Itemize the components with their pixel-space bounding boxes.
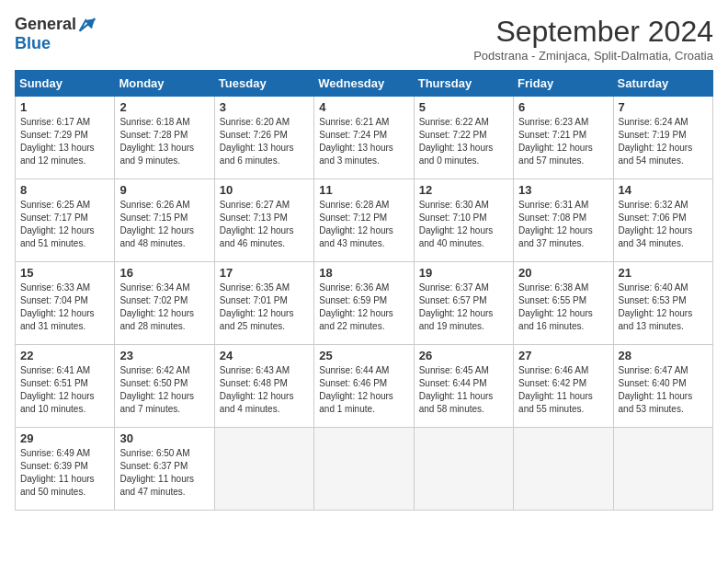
col-monday: Monday bbox=[115, 71, 214, 97]
logo: General Blue bbox=[15, 15, 97, 53]
col-sunday: Sunday bbox=[16, 71, 115, 97]
location-subtitle: Podstrana - Zminjaca, Split-Dalmatia, Cr… bbox=[473, 49, 713, 63]
month-title: September 2024 bbox=[473, 15, 713, 49]
day-empty-3 bbox=[414, 428, 513, 511]
day-empty-1 bbox=[214, 428, 313, 511]
col-saturday: Saturday bbox=[613, 71, 712, 97]
day-empty-4 bbox=[514, 428, 613, 511]
week-row-3: 15 Sunrise: 6:33 AM Sunset: 7:04 PM Dayl… bbox=[16, 262, 713, 345]
day-18: 18 Sunrise: 6:36 AM Sunset: 6:59 PM Dayl… bbox=[314, 262, 414, 345]
day-30: 30 Sunrise: 6:50 AM Sunset: 6:37 PM Dayl… bbox=[115, 428, 214, 511]
col-thursday: Thursday bbox=[414, 71, 513, 97]
day-12: 12 Sunrise: 6:30 AM Sunset: 7:10 PM Dayl… bbox=[414, 179, 513, 262]
day-25: 25 Sunrise: 6:44 AM Sunset: 6:46 PM Dayl… bbox=[314, 345, 414, 428]
week-row-4: 22 Sunrise: 6:41 AM Sunset: 6:51 PM Dayl… bbox=[16, 345, 713, 428]
calendar-header-row: Sunday Monday Tuesday Wednesday Thursday… bbox=[16, 71, 713, 97]
col-friday: Friday bbox=[514, 71, 613, 97]
logo-general-text: General bbox=[15, 15, 76, 34]
day-empty-2 bbox=[314, 428, 414, 511]
day-20: 20 Sunrise: 6:38 AM Sunset: 6:55 PM Dayl… bbox=[514, 262, 613, 345]
week-row-1: 1 Sunrise: 6:17 AM Sunset: 7:29 PM Dayli… bbox=[16, 97, 713, 179]
page-header: General Blue September 2024 Podstrana - … bbox=[15, 15, 713, 63]
day-3: 3 Sunrise: 6:20 AM Sunset: 7:26 PM Dayli… bbox=[214, 97, 313, 179]
calendar-table: Sunday Monday Tuesday Wednesday Thursday… bbox=[15, 70, 713, 511]
day-15: 15 Sunrise: 6:33 AM Sunset: 7:04 PM Dayl… bbox=[16, 262, 115, 345]
day-10: 10 Sunrise: 6:27 AM Sunset: 7:13 PM Dayl… bbox=[214, 179, 313, 262]
week-row-2: 8 Sunrise: 6:25 AM Sunset: 7:17 PM Dayli… bbox=[16, 179, 713, 262]
day-8: 8 Sunrise: 6:25 AM Sunset: 7:17 PM Dayli… bbox=[16, 179, 115, 262]
day-4: 4 Sunrise: 6:21 AM Sunset: 7:24 PM Dayli… bbox=[314, 97, 414, 179]
title-block: September 2024 Podstrana - Zminjaca, Spl… bbox=[473, 15, 713, 63]
day-24: 24 Sunrise: 6:43 AM Sunset: 6:48 PM Dayl… bbox=[214, 345, 313, 428]
day-21: 21 Sunrise: 6:40 AM Sunset: 6:53 PM Dayl… bbox=[613, 262, 712, 345]
day-6: 6 Sunrise: 6:23 AM Sunset: 7:21 PM Dayli… bbox=[514, 97, 613, 179]
day-14: 14 Sunrise: 6:32 AM Sunset: 7:06 PM Dayl… bbox=[613, 179, 712, 262]
week-row-5: 29 Sunrise: 6:49 AM Sunset: 6:39 PM Dayl… bbox=[16, 428, 713, 511]
day-empty-5 bbox=[613, 428, 712, 511]
day-28: 28 Sunrise: 6:47 AM Sunset: 6:40 PM Dayl… bbox=[613, 345, 712, 428]
day-27: 27 Sunrise: 6:46 AM Sunset: 6:42 PM Dayl… bbox=[514, 345, 613, 428]
logo-icon bbox=[78, 16, 97, 34]
day-16: 16 Sunrise: 6:34 AM Sunset: 7:02 PM Dayl… bbox=[115, 262, 214, 345]
day-2: 2 Sunrise: 6:18 AM Sunset: 7:28 PM Dayli… bbox=[115, 97, 214, 179]
logo-blue-text: Blue bbox=[15, 34, 51, 53]
day-23: 23 Sunrise: 6:42 AM Sunset: 6:50 PM Dayl… bbox=[115, 345, 214, 428]
day-1: 1 Sunrise: 6:17 AM Sunset: 7:29 PM Dayli… bbox=[16, 97, 115, 179]
day-29: 29 Sunrise: 6:49 AM Sunset: 6:39 PM Dayl… bbox=[16, 428, 115, 511]
day-19: 19 Sunrise: 6:37 AM Sunset: 6:57 PM Dayl… bbox=[414, 262, 513, 345]
day-26: 26 Sunrise: 6:45 AM Sunset: 6:44 PM Dayl… bbox=[414, 345, 513, 428]
col-tuesday: Tuesday bbox=[214, 71, 313, 97]
day-5: 5 Sunrise: 6:22 AM Sunset: 7:22 PM Dayli… bbox=[414, 97, 513, 179]
day-22: 22 Sunrise: 6:41 AM Sunset: 6:51 PM Dayl… bbox=[16, 345, 115, 428]
col-wednesday: Wednesday bbox=[314, 71, 414, 97]
day-7: 7 Sunrise: 6:24 AM Sunset: 7:19 PM Dayli… bbox=[613, 97, 712, 179]
day-11: 11 Sunrise: 6:28 AM Sunset: 7:12 PM Dayl… bbox=[314, 179, 414, 262]
day-13: 13 Sunrise: 6:31 AM Sunset: 7:08 PM Dayl… bbox=[514, 179, 613, 262]
day-17: 17 Sunrise: 6:35 AM Sunset: 7:01 PM Dayl… bbox=[214, 262, 313, 345]
day-9: 9 Sunrise: 6:26 AM Sunset: 7:15 PM Dayli… bbox=[115, 179, 214, 262]
